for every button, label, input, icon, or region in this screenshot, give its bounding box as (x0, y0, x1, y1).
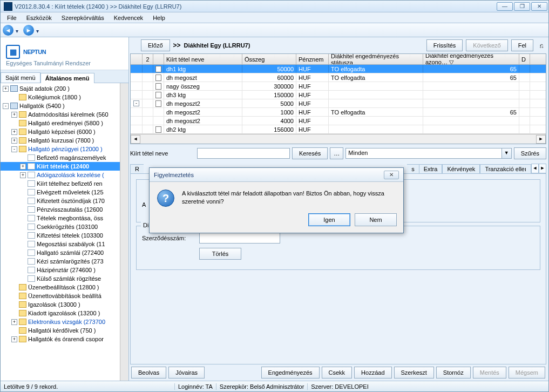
detail-tab-scroll-left[interactable]: ◄ (531, 164, 539, 173)
table-row[interactable]: dh2 ktg156000HUF (131, 125, 546, 134)
table-row[interactable]: nagy összeg300000HUF (131, 82, 546, 91)
nav-back-button[interactable]: ◄ (3, 25, 13, 36)
tree-item[interactable]: Kifizetett ösztöndíjak (170 (1, 197, 128, 205)
megsem-button[interactable]: Mégsem (509, 367, 545, 379)
tree-item[interactable]: -Hallgatók (5400 ) (1, 102, 128, 110)
refresh-button[interactable]: Frissítés (426, 39, 463, 51)
tree-expander[interactable]: + (11, 319, 17, 325)
data-grid[interactable]: 2 Kiírt tétel neve Összeg Pénznem Diákhi… (130, 53, 546, 144)
filter-combo[interactable]: Minden ▼ (345, 148, 511, 159)
tab-altalanos-menu[interactable]: Általános menü (40, 73, 94, 83)
tree-item[interactable]: +Kiírt tételek (12400 (1, 162, 128, 171)
table-row[interactable]: dh megoszt60000HUFTO elfogadta65 (131, 73, 546, 82)
search-button[interactable]: Keresés (292, 147, 328, 159)
tree-item[interactable]: Hallgató eredményei (5800 ) (1, 119, 128, 127)
jovairas-button[interactable]: Jóvairas (168, 367, 205, 379)
col-d[interactable]: D (519, 54, 530, 64)
tree-expander[interactable]: - (11, 146, 17, 152)
tree-expander[interactable]: + (11, 129, 17, 135)
tree-expander[interactable]: + (11, 112, 17, 118)
row-checkbox[interactable] (155, 100, 161, 107)
table-row[interactable]: dh megoszt24000HUF (131, 117, 546, 125)
tree-item[interactable]: Kézi számlarögzítés (273 (1, 257, 128, 266)
navigation-tree[interactable]: +Saját adatok (200 )Kollégiumok (1800 )-… (1, 83, 128, 381)
nav-fwd-button[interactable]: ► (23, 25, 34, 36)
col-index[interactable]: 2 (143, 54, 153, 64)
tree-expander[interactable]: + (11, 336, 17, 342)
row-checkbox[interactable] (155, 92, 161, 98)
prev-button[interactable]: Előző (141, 39, 170, 51)
tree-item[interactable]: +Saját adatok (200 ) (1, 84, 128, 93)
search-input[interactable] (197, 148, 290, 159)
mentes-button[interactable]: Mentés (473, 367, 506, 379)
tree-item[interactable]: Igazolások (13000 ) (1, 300, 128, 309)
tree-item[interactable]: Tételek megbontása, öss (1, 214, 128, 222)
up-button[interactable]: Fel (511, 39, 533, 51)
row-checkbox[interactable] (155, 83, 161, 90)
maximize-button[interactable]: ❐ (514, 2, 530, 11)
menu-szerepkor[interactable]: Szerepkörváltás (57, 13, 109, 22)
tree-item[interactable]: Pénzvisszautalás (12600 (1, 205, 128, 214)
col-name[interactable]: Kiírt tétel neve (164, 54, 242, 64)
szerkeszt-button[interactable]: Szerkeszt (394, 367, 434, 379)
tree-scrollbar[interactable] (120, 83, 128, 381)
col-expander[interactable] (131, 54, 143, 64)
tree-item[interactable]: Kollégiumok (1800 ) (1, 93, 128, 102)
menu-kedvencek[interactable]: Kedvencek (110, 13, 147, 22)
tree-item[interactable]: Befizető magánszemélyek (1, 153, 128, 162)
tab-sajat-menu[interactable]: Saját menü (1, 72, 40, 83)
tree-item[interactable]: +Adatmódosítási kérelmek (560 (1, 110, 128, 119)
row-checkbox[interactable] (155, 75, 161, 81)
tree-expander[interactable]: + (11, 138, 17, 144)
detail-tab-gap[interactable]: s (407, 164, 419, 173)
beolvas-button[interactable]: Beolvas (131, 367, 166, 379)
tree-item[interactable]: Megosztási szabályok (11 (1, 240, 128, 248)
dialog-close-button[interactable]: ✕ (384, 171, 399, 179)
tree-item[interactable]: +Adóigazolások kezelése ( (1, 171, 128, 179)
tree-item[interactable]: Hallgatói kérdőívek (750 ) (1, 326, 128, 335)
filter-button[interactable]: Szűrés (514, 147, 546, 159)
tree-expander[interactable]: + (20, 172, 26, 178)
close-button[interactable]: ✕ (531, 2, 547, 11)
stornoz-button[interactable]: Stornóz (436, 367, 471, 379)
detail-tab-extra[interactable]: Extra (419, 164, 443, 173)
tree-item[interactable]: Kifizetési tételek (103300 (1, 231, 128, 240)
minimize-button[interactable]: — (497, 2, 513, 11)
tree-expander[interactable]: - (3, 103, 9, 109)
row-expander[interactable]: - (133, 100, 139, 106)
nav-back-dropdown[interactable] (16, 28, 21, 33)
dialog-no-button[interactable]: Nem (355, 213, 397, 226)
col-status[interactable]: Diákhitel engedményezés státusza (329, 54, 423, 64)
tree-item[interactable]: Kiadott igazolások (13200 ) (1, 309, 128, 317)
search-more-button[interactable]: … (330, 147, 343, 159)
row-checkbox[interactable]: ✓ (155, 66, 161, 72)
tree-item[interactable]: +Hallgatók és órarendi csopor (1, 335, 128, 343)
torles-button[interactable]: Törlés (199, 248, 241, 260)
menu-file[interactable]: File (3, 13, 21, 22)
menu-eszkozok[interactable]: Eszközök (22, 13, 56, 22)
chevron-down-icon[interactable]: ▼ (501, 148, 511, 158)
tree-item[interactable]: Üzenetbeállítások (12800 ) (1, 283, 128, 292)
engedmenyezes-button[interactable]: Engedményezés (261, 367, 320, 379)
row-checkbox[interactable] (155, 126, 161, 133)
tree-item[interactable]: Külső számlák rögzítése (1, 274, 128, 283)
table-row[interactable]: -dh megoszt25000HUF (131, 99, 546, 108)
szerzodesszam-input[interactable] (199, 233, 280, 244)
tree-item[interactable]: -Hallgató pénzügyei (12000 ) (1, 145, 128, 153)
dialog-yes-button[interactable]: Igen (308, 213, 350, 226)
tree-item[interactable]: Hallgató számlái (272400 (1, 248, 128, 257)
menu-help[interactable]: Help (148, 13, 170, 22)
csekk-button[interactable]: Csekk (322, 367, 353, 379)
tree-expander[interactable]: + (20, 164, 26, 170)
tree-item[interactable]: Elvégzett műveletek (125 (1, 188, 128, 197)
col-amount[interactable]: Összeg (242, 54, 296, 64)
col-currency[interactable]: Pénznem (296, 54, 329, 64)
table-row[interactable]: dh3 ktg150000HUF (131, 91, 546, 99)
pin-icon[interactable]: ⎌ (537, 40, 546, 50)
hscroll-right[interactable]: ► (536, 135, 546, 144)
col-id2[interactable]: Diákhitel engedményezés azono… ▽ (423, 54, 519, 64)
col-checkbox[interactable] (153, 54, 164, 64)
tree-expander[interactable]: + (3, 86, 9, 92)
tree-item[interactable]: +Hallgató kurzusai (7800 ) (1, 136, 128, 145)
detail-tab-tranzakcio[interactable]: Tranzakció elleı (480, 164, 531, 173)
